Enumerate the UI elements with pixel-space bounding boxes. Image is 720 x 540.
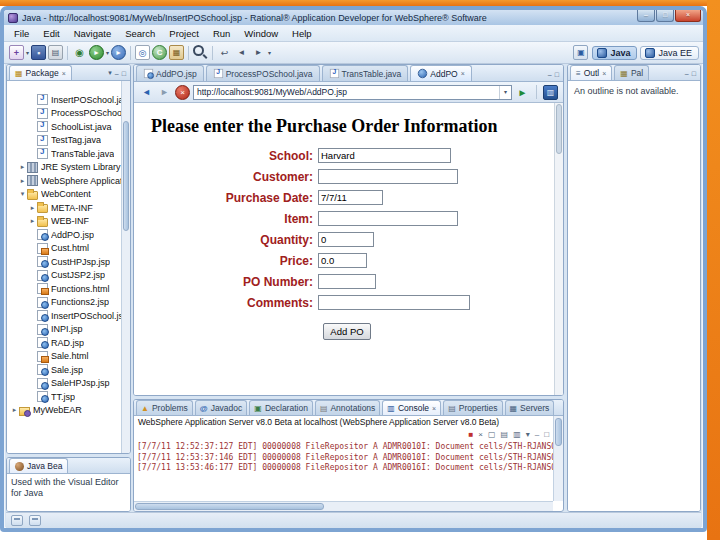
menu-file[interactable]: File xyxy=(7,26,36,41)
maximize-button[interactable]: □ xyxy=(656,10,674,22)
close-icon[interactable]: × xyxy=(62,70,66,77)
new-wizard-icon[interactable] xyxy=(9,45,24,60)
tree-item[interactable]: ▾WebContent xyxy=(7,188,121,202)
clear-console-icon[interactable]: ▢ xyxy=(488,430,496,439)
tab-processposchool-java[interactable]: ProcessPOSchool.java xyxy=(206,65,320,81)
expand-icon[interactable]: ▸ xyxy=(18,163,27,171)
tree-item[interactable]: TT.jsp xyxy=(7,390,121,404)
tab-servers[interactable]: ▦Servers xyxy=(505,400,555,415)
minimize-view-icon[interactable]: – xyxy=(685,70,689,77)
close-button[interactable]: × xyxy=(675,10,701,22)
debug-icon[interactable] xyxy=(72,45,87,60)
external-browser-icon[interactable]: ▥ xyxy=(543,85,558,100)
expand-icon[interactable]: ▸ xyxy=(18,177,27,185)
add-po-button[interactable]: Add PO xyxy=(323,323,371,340)
menu-search[interactable]: Search xyxy=(118,26,162,41)
tree-item[interactable]: Functions2.jsp xyxy=(7,296,121,310)
perspective-java-ee-button[interactable]: Java EE xyxy=(640,46,699,60)
expand-icon[interactable]: ▸ xyxy=(28,217,37,225)
tree-item[interactable]: Sale.html xyxy=(7,350,121,364)
terminate-icon[interactable]: ■ xyxy=(468,430,473,439)
new-web-project-icon[interactable] xyxy=(135,45,150,60)
tab-palette[interactable]: ▦ Pal xyxy=(614,65,649,80)
scroll-lock-icon[interactable]: ▤ xyxy=(501,430,509,439)
search-icon[interactable] xyxy=(193,45,208,60)
tree-item[interactable]: TestTag.java xyxy=(7,134,121,148)
scrollbar-thumb[interactable] xyxy=(555,418,562,446)
maximize-view-icon[interactable]: □ xyxy=(122,70,126,77)
tree-item[interactable]: ▸MyWebEAR xyxy=(7,404,121,418)
minimize-editor-icon[interactable]: – xyxy=(548,71,552,78)
run-dropdown-icon[interactable]: ▾ xyxy=(106,49,109,56)
save-icon[interactable] xyxy=(31,45,46,60)
tree-item[interactable]: ProcessPOSchool.java xyxy=(7,107,121,121)
tree-item[interactable]: AddPO.jsp xyxy=(7,228,121,242)
tab-problems[interactable]: ▲Problems xyxy=(136,400,193,415)
forward-history-icon[interactable] xyxy=(251,45,266,60)
close-icon[interactable]: × xyxy=(432,405,436,412)
console-vertical-scrollbar[interactable] xyxy=(553,416,563,501)
maximize-view-icon[interactable]: □ xyxy=(692,70,696,77)
close-tab-icon[interactable]: × xyxy=(461,70,465,77)
tree-item[interactable]: CustJSP2.jsp xyxy=(7,269,121,283)
view-menu-icon[interactable]: ▾ xyxy=(108,69,112,77)
po-number-input[interactable] xyxy=(318,274,376,289)
tab-annotations[interactable]: ▤Annotations xyxy=(315,400,380,415)
print-icon[interactable] xyxy=(48,45,63,60)
remove-launch-icon[interactable]: × xyxy=(478,430,483,439)
tree-item[interactable]: CustHPJsp.jsp xyxy=(7,255,121,269)
scrollbar-thumb[interactable] xyxy=(556,104,562,154)
package-explorer-scrollbar[interactable] xyxy=(121,81,130,453)
back-history-icon[interactable] xyxy=(234,45,249,60)
title-bar[interactable]: Java - http://localhost:9081/MyWeb/Inser… xyxy=(4,10,703,25)
minimize-panel-icon[interactable]: – xyxy=(535,430,539,439)
price-input[interactable] xyxy=(318,253,367,268)
tree-item[interactable]: ▸META-INF xyxy=(7,201,121,215)
tree-item[interactable]: ▸WebSphere Application Server v8.0 Beta xyxy=(7,174,121,188)
tree-item[interactable]: SchoolList.java xyxy=(7,120,121,134)
menu-help[interactable]: Help xyxy=(285,26,319,41)
scrollbar-thumb[interactable] xyxy=(123,121,129,231)
minimize-button[interactable]: – xyxy=(637,10,655,22)
tree-item[interactable]: RAD.jsp xyxy=(7,336,121,350)
maximize-editor-icon[interactable]: □ xyxy=(555,71,559,78)
school-input[interactable] xyxy=(318,148,451,163)
tab-javadoc[interactable]: @Javadoc xyxy=(195,400,247,415)
browser-forward-icon[interactable]: ► xyxy=(157,85,172,100)
browser-back-icon[interactable]: ◄ xyxy=(139,85,154,100)
tab-package-explorer[interactable]: ▦ Package × xyxy=(9,65,72,80)
tab-addpo-browser[interactable]: AddPO × xyxy=(410,65,472,81)
item-input[interactable] xyxy=(318,211,458,226)
tree-item[interactable]: InsertPOSchool.jsp xyxy=(7,309,121,323)
menu-run[interactable]: Run xyxy=(206,26,237,41)
run-on-server-icon[interactable] xyxy=(111,45,126,60)
console-dropdown-icon[interactable]: ▾ xyxy=(526,430,530,439)
browser-go-icon[interactable]: ► xyxy=(515,85,530,100)
tree-item[interactable]: INPI.jsp xyxy=(7,323,121,337)
tab-outline[interactable]: ≡ Outl × xyxy=(570,65,612,80)
console-output[interactable]: [7/7/11 12:52:37:127 EDT] 00000008 FileR… xyxy=(134,441,553,501)
minimize-view-icon[interactable]: – xyxy=(115,70,119,77)
quantity-input[interactable] xyxy=(318,232,374,247)
collapse-icon[interactable]: ▾ xyxy=(18,190,27,198)
tab-java-beans[interactable]: Java Bea xyxy=(9,458,68,473)
tree-item[interactable]: TransTable.java xyxy=(7,147,121,161)
new-package-icon[interactable] xyxy=(169,45,184,60)
status-icon[interactable] xyxy=(11,515,23,526)
perspective-java-button[interactable]: Java xyxy=(592,46,637,60)
purchase-date-input[interactable] xyxy=(318,190,383,205)
comments-input[interactable] xyxy=(318,295,470,310)
expand-icon[interactable]: ▸ xyxy=(28,204,37,212)
tree-item[interactable]: Sale.jsp xyxy=(7,363,121,377)
close-icon[interactable]: × xyxy=(602,70,606,77)
tree-item[interactable]: InsertPOSchool.java xyxy=(7,93,121,107)
tab-transtable-java[interactable]: TransTable.java xyxy=(322,65,409,81)
tree-item[interactable]: SaleHPJsp.jsp xyxy=(7,377,121,391)
tab-addpo-jsp[interactable]: AddPO.jsp xyxy=(136,65,204,81)
pin-console-icon[interactable]: ▥ xyxy=(513,430,521,439)
url-text[interactable]: http://localhost:9081/MyWeb/AddPO.jsp xyxy=(194,87,499,97)
scrollbar-thumb[interactable] xyxy=(135,503,324,510)
customer-input[interactable] xyxy=(318,169,458,184)
last-edit-location-icon[interactable] xyxy=(217,45,232,60)
run-icon[interactable] xyxy=(89,45,104,60)
